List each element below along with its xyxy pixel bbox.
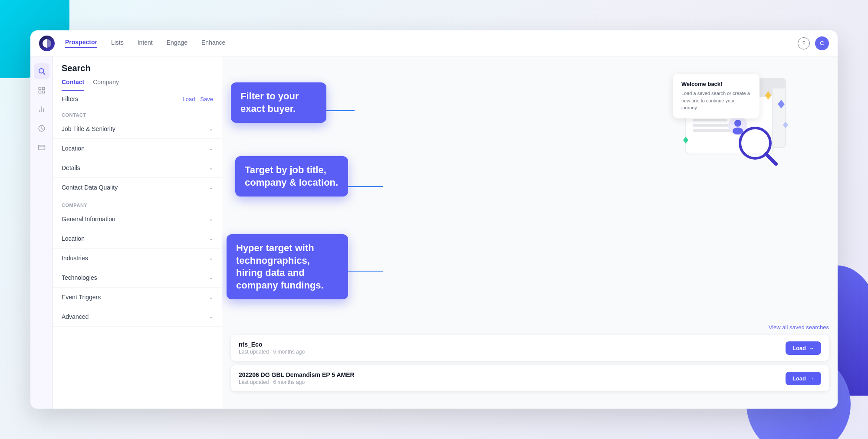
- svg-rect-28: [693, 119, 727, 121]
- user-avatar[interactable]: C: [815, 36, 829, 50]
- chevron-advanced: ⌄: [209, 314, 213, 320]
- help-button[interactable]: ?: [798, 37, 810, 49]
- tab-contact[interactable]: Contact: [62, 79, 84, 91]
- chevron-details: ⌄: [209, 165, 213, 171]
- sidebar-search-icon[interactable]: [34, 63, 49, 79]
- tab-company[interactable]: Company: [93, 79, 119, 91]
- search-card-2-name: 202206 DG GBL Demandism EP 5 AMER: [239, 371, 355, 378]
- svg-line-1: [43, 72, 45, 74]
- search-card-2-meta: Last updated · 6 months ago: [239, 379, 355, 385]
- filter-location-company[interactable]: Location ⌄: [53, 229, 222, 249]
- welcome-card: Welcome back! Load a saved search or cre…: [673, 74, 760, 118]
- svg-rect-3: [42, 87, 44, 89]
- load-search-1-label: Load: [792, 345, 806, 351]
- callout-filter-text: Filter to your exact buyer.: [240, 91, 299, 114]
- welcome-title: Welcome back!: [681, 81, 751, 87]
- chevron-location-company: ⌄: [209, 236, 213, 242]
- topnav: Prospector Lists Intent Engage Enhance ?…: [30, 30, 838, 56]
- chevron-job-title: ⌄: [209, 126, 213, 132]
- callout-target: Target by job title, company & location.: [235, 156, 348, 197]
- chevron-data-quality: ⌄: [209, 184, 213, 190]
- filter-data-quality[interactable]: Contact Data Quality ⌄: [53, 178, 222, 197]
- svg-point-33: [733, 128, 743, 134]
- sidebar-history-icon[interactable]: [34, 121, 49, 136]
- svg-rect-30: [693, 129, 732, 132]
- filters-bar: Filters Load Save: [53, 91, 222, 107]
- filter-details[interactable]: Details ⌄: [53, 158, 222, 178]
- svg-line-35: [766, 154, 776, 164]
- event-triggers-label: Event Triggers: [62, 294, 101, 301]
- filter-location-contact[interactable]: Location ⌄: [53, 139, 222, 158]
- filter-actions: Load Save: [182, 96, 213, 102]
- view-all-searches-link[interactable]: View all saved searches: [769, 324, 829, 331]
- advanced-label: Advanced: [62, 313, 89, 320]
- search-card-1-meta: Last updated · 5 months ago: [239, 349, 305, 355]
- svg-rect-10: [38, 145, 45, 150]
- content-area: Filter to your exact buyer. Target by jo…: [222, 56, 838, 409]
- filter-panel: Search Contact Company Filters Load Save…: [53, 56, 222, 409]
- general-info-label: General Information: [62, 216, 115, 223]
- saved-search-card-2: 202206 DG GBL Demandism EP 5 AMER Last u…: [231, 365, 829, 391]
- details-label: Details: [62, 164, 80, 171]
- search-card-1-info: nts_Eco Last updated · 5 months ago: [239, 341, 305, 355]
- nav-engage[interactable]: Engage: [167, 39, 187, 48]
- load-filter-button[interactable]: Load: [182, 96, 195, 102]
- filters-label: Filters: [62, 95, 78, 102]
- save-filter-button[interactable]: Save: [200, 96, 213, 102]
- main-window: Prospector Lists Intent Engage Enhance ?…: [30, 30, 838, 409]
- search-card-2-info: 202206 DG GBL Demandism EP 5 AMER Last u…: [239, 371, 355, 385]
- chevron-technologies: ⌄: [209, 275, 213, 281]
- chevron-general-info: ⌄: [209, 216, 213, 222]
- chevron-event-triggers: ⌄: [209, 294, 213, 300]
- saved-search-card-1: nts_Eco Last updated · 5 months ago Load…: [231, 335, 829, 361]
- contact-group-label: Contact: [53, 107, 222, 119]
- nav-links: Prospector Lists Intent Engage Enhance: [65, 39, 798, 48]
- callout-target-text: Target by job title, company & location.: [245, 164, 338, 188]
- callout-hyper: Hyper target with technographics, hiring…: [227, 234, 348, 299]
- filter-header: Search Contact Company: [53, 56, 222, 91]
- nav-lists[interactable]: Lists: [111, 39, 124, 48]
- filter-advanced[interactable]: Advanced ⌄: [53, 307, 222, 327]
- nav-enhance[interactable]: Enhance: [201, 39, 225, 48]
- saved-searches-area: View all saved searches nts_Eco Last upd…: [231, 324, 829, 396]
- welcome-text: Load a saved search or create a new one …: [681, 90, 751, 111]
- main-area: Search Contact Company Filters Load Save…: [30, 56, 838, 409]
- nav-prospector[interactable]: Prospector: [65, 39, 97, 48]
- load-search-2-label: Load: [792, 375, 806, 382]
- filter-general-info[interactable]: General Information ⌄: [53, 210, 222, 229]
- filter-sections: Contact Job Title & Seniority ⌄ Location…: [53, 107, 222, 409]
- sidebar-person-icon[interactable]: [34, 82, 49, 98]
- callout-hyper-text: Hyper target with technographics, hiring…: [236, 242, 324, 291]
- callout-filter: Filter to your exact buyer.: [231, 82, 326, 123]
- filter-panel-title: Search: [62, 63, 213, 73]
- sidebar-chart-icon[interactable]: [34, 102, 49, 117]
- sidebar-card-icon[interactable]: [34, 140, 49, 155]
- location-company-label: Location: [62, 235, 85, 242]
- load-search-2-button[interactable]: Load →: [786, 372, 821, 385]
- search-card-1-name: nts_Eco: [239, 341, 305, 348]
- load-arrow-2: →: [809, 375, 814, 382]
- company-group-label: Company: [53, 197, 222, 210]
- app-logo[interactable]: [39, 36, 55, 51]
- contact-company-tabs: Contact Company: [62, 79, 213, 91]
- chevron-location-contact: ⌄: [209, 145, 213, 151]
- filter-job-title[interactable]: Job Title & Seniority ⌄: [53, 119, 222, 139]
- load-arrow-1: →: [809, 345, 814, 351]
- chevron-industries: ⌄: [209, 255, 213, 261]
- filter-event-triggers[interactable]: Event Triggers ⌄: [53, 288, 222, 307]
- nav-intent[interactable]: Intent: [138, 39, 153, 48]
- svg-rect-5: [42, 91, 44, 93]
- industries-label: Industries: [62, 255, 88, 262]
- svg-rect-4: [39, 91, 41, 93]
- technologies-label: Technologies: [62, 274, 97, 281]
- saved-searches-header: View all saved searches: [231, 324, 829, 331]
- icon-sidebar: [30, 56, 53, 409]
- svg-point-32: [734, 120, 741, 127]
- job-title-label: Job Title & Seniority: [62, 125, 115, 132]
- filter-industries[interactable]: Industries ⌄: [53, 249, 222, 268]
- location-contact-label: Location: [62, 145, 85, 152]
- data-quality-label: Contact Data Quality: [62, 184, 118, 191]
- load-search-1-button[interactable]: Load →: [786, 341, 821, 355]
- filter-technologies[interactable]: Technologies ⌄: [53, 268, 222, 288]
- nav-right: ? C: [798, 36, 829, 50]
